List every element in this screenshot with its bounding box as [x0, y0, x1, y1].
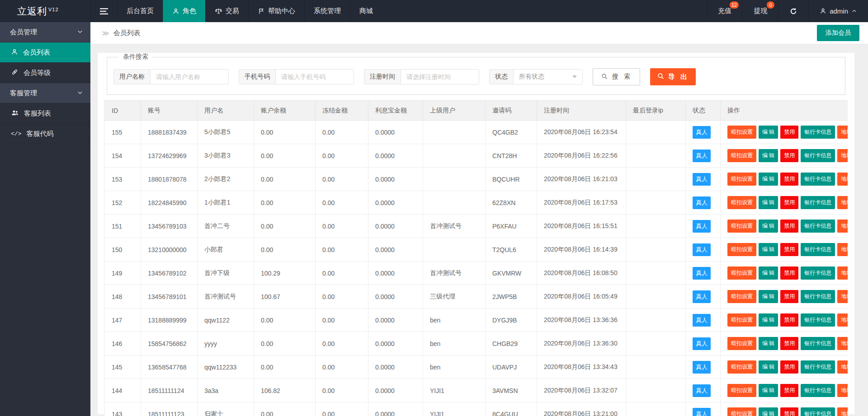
- action-edit-button[interactable]: 编 辑: [759, 313, 778, 327]
- action-disable-button[interactable]: 禁用: [780, 196, 798, 209]
- action-address-button[interactable]: 地址: [837, 384, 848, 397]
- action-disable-button[interactable]: 禁用: [780, 290, 798, 303]
- action-bank-card-info-button[interactable]: 银行卡信息: [801, 337, 835, 350]
- status-select[interactable]: 所有状态: [514, 70, 582, 84]
- action-disable-button[interactable]: 禁用: [780, 313, 798, 327]
- status-badge[interactable]: 真人: [693, 290, 711, 303]
- action-edit-button[interactable]: 编 辑: [759, 149, 778, 162]
- status-badge[interactable]: 真人: [693, 126, 711, 139]
- username-input[interactable]: [151, 70, 228, 84]
- nav-tab-roles[interactable]: 角色: [163, 0, 205, 22]
- action-edit-button[interactable]: 编 辑: [759, 243, 778, 256]
- action-bank-card-info-button[interactable]: 银行卡信息: [801, 126, 835, 139]
- action-edit-button[interactable]: 编 辑: [759, 290, 778, 303]
- user-menu[interactable]: admin: [808, 0, 868, 22]
- status-badge[interactable]: 真人: [693, 408, 711, 416]
- action-deduct-settings-button[interactable]: 暗扣设置: [727, 243, 756, 256]
- action-address-button[interactable]: 地址: [837, 290, 848, 303]
- action-address-button[interactable]: 地址: [837, 266, 848, 280]
- status-badge[interactable]: 真人: [693, 267, 711, 280]
- action-deduct-settings-button[interactable]: 暗扣设置: [727, 407, 756, 416]
- action-deduct-settings-button[interactable]: 暗扣设置: [727, 337, 756, 350]
- action-disable-button[interactable]: 禁用: [780, 360, 798, 374]
- action-bank-card-info-button[interactable]: 银行卡信息: [801, 149, 835, 162]
- action-edit-button[interactable]: 编 辑: [759, 220, 778, 233]
- action-address-button[interactable]: 地址: [837, 243, 848, 256]
- nav-tab-trade[interactable]: 交易: [205, 0, 248, 22]
- action-deduct-settings-button[interactable]: 暗扣设置: [727, 266, 756, 280]
- action-deduct-settings-button[interactable]: 暗扣设置: [727, 290, 756, 303]
- action-edit-button[interactable]: 编 辑: [759, 173, 778, 186]
- search-button[interactable]: 搜 索: [593, 68, 640, 85]
- action-address-button[interactable]: 地址: [837, 173, 848, 186]
- action-address-button[interactable]: 地址: [837, 126, 848, 139]
- recharge-button[interactable]: 12 充值: [707, 0, 742, 22]
- action-deduct-settings-button[interactable]: 暗扣设置: [727, 384, 756, 397]
- action-disable-button[interactable]: 禁用: [780, 220, 798, 233]
- sidebar-item-member-level[interactable]: 会员等级: [0, 63, 90, 83]
- sidebar-item-member-list[interactable]: 会员列表: [0, 42, 90, 63]
- action-edit-button[interactable]: 编 辑: [759, 126, 778, 139]
- action-deduct-settings-button[interactable]: 暗扣设置: [727, 196, 756, 209]
- sidebar-item-service-list[interactable]: 客服列表: [0, 103, 90, 124]
- action-bank-card-info-button[interactable]: 银行卡信息: [801, 196, 835, 209]
- action-edit-button[interactable]: 编 辑: [759, 337, 778, 350]
- add-member-button[interactable]: 添加会员: [817, 25, 859, 41]
- action-deduct-settings-button[interactable]: 暗扣设置: [727, 220, 756, 233]
- action-bank-card-info-button[interactable]: 银行卡信息: [801, 360, 835, 374]
- status-badge[interactable]: 真人: [693, 384, 711, 397]
- action-deduct-settings-button[interactable]: 暗扣设置: [727, 149, 756, 162]
- action-address-button[interactable]: 地址: [837, 313, 848, 327]
- action-bank-card-info-button[interactable]: 银行卡信息: [801, 313, 835, 327]
- withdraw-button[interactable]: 0 提现: [742, 0, 778, 22]
- action-bank-card-info-button[interactable]: 银行卡信息: [801, 266, 835, 280]
- action-bank-card-info-button[interactable]: 银行卡信息: [801, 407, 835, 416]
- action-disable-button[interactable]: 禁用: [780, 126, 798, 139]
- nav-tab-home[interactable]: 后台首页: [117, 0, 163, 22]
- action-edit-button[interactable]: 编 辑: [759, 407, 778, 416]
- action-address-button[interactable]: 地址: [837, 220, 848, 233]
- sidebar-group-service-management[interactable]: 客服管理: [0, 83, 90, 103]
- action-deduct-settings-button[interactable]: 暗扣设置: [727, 360, 756, 374]
- action-bank-card-info-button[interactable]: 银行卡信息: [801, 290, 835, 303]
- action-disable-button[interactable]: 禁用: [780, 173, 798, 186]
- action-deduct-settings-button[interactable]: 暗扣设置: [727, 173, 756, 186]
- action-bank-card-info-button[interactable]: 银行卡信息: [801, 220, 835, 233]
- phone-input[interactable]: [276, 70, 354, 84]
- sidebar-item-service-code[interactable]: </> 客服代码: [0, 124, 90, 144]
- action-disable-button[interactable]: 禁用: [780, 337, 798, 350]
- action-disable-button[interactable]: 禁用: [780, 149, 798, 162]
- action-address-button[interactable]: 地址: [837, 360, 848, 374]
- action-edit-button[interactable]: 编 辑: [759, 360, 778, 374]
- sidebar-toggle-button[interactable]: [90, 0, 117, 22]
- status-badge[interactable]: 真人: [693, 173, 711, 186]
- action-address-button[interactable]: 地址: [837, 149, 848, 162]
- action-edit-button[interactable]: 编 辑: [759, 384, 778, 397]
- regtime-input[interactable]: [401, 70, 479, 84]
- action-bank-card-info-button[interactable]: 银行卡信息: [801, 173, 835, 186]
- nav-tab-help-center[interactable]: 帮助中心: [248, 0, 304, 22]
- status-badge[interactable]: 真人: [693, 314, 711, 327]
- status-badge[interactable]: 真人: [693, 220, 711, 233]
- nav-tab-mall[interactable]: 商城: [350, 0, 382, 22]
- action-address-button[interactable]: 地址: [837, 407, 848, 416]
- action-deduct-settings-button[interactable]: 暗扣设置: [727, 126, 756, 139]
- status-badge[interactable]: 真人: [693, 361, 711, 374]
- status-badge[interactable]: 真人: [693, 150, 711, 162]
- sidebar-group-member-management[interactable]: 会员管理: [0, 22, 90, 42]
- refresh-button[interactable]: [778, 0, 808, 22]
- status-badge[interactable]: 真人: [693, 196, 711, 209]
- action-disable-button[interactable]: 禁用: [780, 407, 798, 416]
- action-address-button[interactable]: 地址: [837, 337, 848, 350]
- action-disable-button[interactable]: 禁用: [780, 384, 798, 397]
- action-bank-card-info-button[interactable]: 银行卡信息: [801, 243, 835, 256]
- status-badge[interactable]: 真人: [693, 243, 711, 256]
- action-deduct-settings-button[interactable]: 暗扣设置: [727, 313, 756, 327]
- nav-tab-system[interactable]: 系统管理: [304, 0, 350, 22]
- status-badge[interactable]: 真人: [693, 337, 711, 350]
- action-disable-button[interactable]: 禁用: [780, 243, 798, 256]
- action-address-button[interactable]: 地址: [837, 196, 848, 209]
- action-disable-button[interactable]: 禁用: [780, 266, 798, 280]
- action-bank-card-info-button[interactable]: 银行卡信息: [801, 384, 835, 397]
- action-edit-button[interactable]: 编 辑: [759, 196, 778, 209]
